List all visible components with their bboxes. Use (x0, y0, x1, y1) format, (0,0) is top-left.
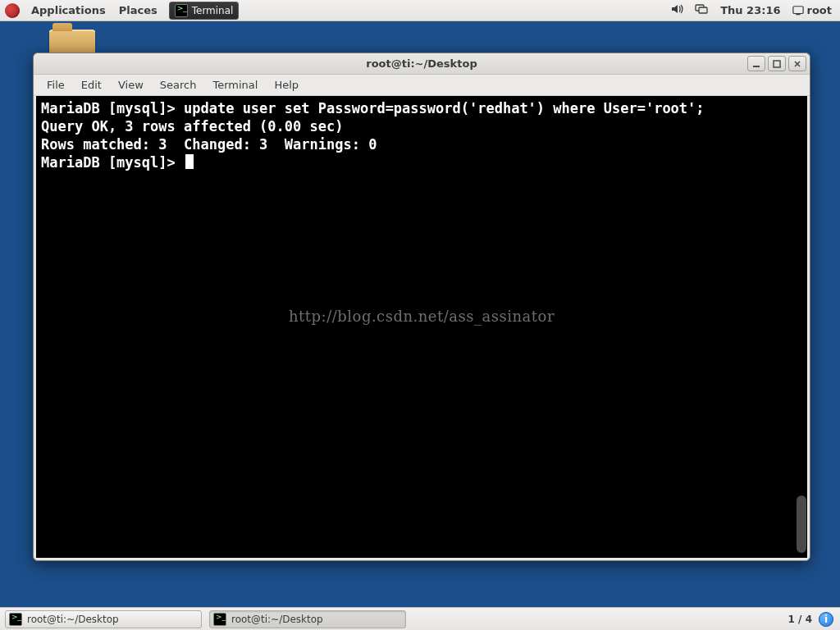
info-badge-icon[interactable]: i (819, 612, 833, 627)
menu-file[interactable]: File (40, 77, 71, 93)
terminal-line: MariaDB [mysql]> update user set Passwor… (41, 99, 802, 117)
svg-rect-5 (774, 61, 780, 67)
menu-search[interactable]: Search (153, 77, 203, 93)
user-icon (792, 5, 804, 16)
svg-rect-1 (699, 7, 707, 13)
network-icon[interactable] (695, 2, 708, 18)
bottom-panel: root@ti:~/Desktop root@ti:~/Desktop 1 / … (0, 607, 840, 630)
terminal-line: Query OK, 3 rows affected (0.00 sec) (41, 117, 802, 135)
terminal-launcher-label: Terminal (192, 5, 234, 16)
menubar: File Edit View Search Terminal Help (34, 75, 810, 96)
scrollbar-thumb[interactable] (797, 495, 806, 553)
menu-edit[interactable]: Edit (75, 77, 108, 93)
user-label: root (807, 4, 833, 16)
taskbar-item[interactable]: root@ti:~/Desktop (5, 610, 202, 628)
close-button[interactable] (788, 56, 806, 71)
maximize-button[interactable] (768, 56, 786, 71)
terminal-window: root@ti:~/Desktop File Edit View Search … (33, 52, 810, 561)
svg-rect-2 (792, 6, 802, 13)
taskbar-item-label: root@ti:~/Desktop (27, 614, 119, 625)
watermark-text: http://blog.csdn.net/ass_assinator (36, 308, 807, 326)
volume-icon[interactable] (670, 2, 683, 18)
taskbar-item-label: root@ti:~/Desktop (231, 614, 323, 625)
svg-rect-3 (796, 13, 800, 15)
terminal-icon (175, 4, 188, 17)
terminal-launcher[interactable]: Terminal (169, 2, 240, 20)
terminal-line: Rows matched: 3 Changed: 3 Warnings: 0 (41, 135, 802, 153)
terminal-output[interactable]: MariaDB [mysql]> update user set Passwor… (36, 96, 807, 558)
terminal-prompt-line: MariaDB [mysql]> (41, 153, 802, 171)
window-titlebar[interactable]: root@ti:~/Desktop (34, 53, 810, 75)
terminal-icon (213, 613, 226, 626)
window-controls (747, 56, 806, 71)
workspace-indicator[interactable]: 1 / 4 (788, 614, 812, 625)
menu-help[interactable]: Help (267, 77, 305, 93)
menu-terminal[interactable]: Terminal (206, 77, 264, 93)
minimize-button[interactable] (747, 56, 765, 71)
top-panel: Applications Places Terminal Thu 23:16 r… (0, 0, 840, 21)
svg-rect-4 (753, 66, 760, 67)
menu-view[interactable]: View (112, 77, 150, 93)
cursor-icon (185, 154, 194, 169)
places-menu[interactable]: Places (112, 4, 164, 16)
user-menu[interactable]: root (792, 4, 833, 16)
terminal-scrollbar[interactable] (796, 96, 807, 558)
window-title: root@ti:~/Desktop (366, 57, 477, 70)
taskbar-item[interactable]: root@ti:~/Desktop (209, 610, 406, 628)
clock[interactable]: Thu 23:16 (720, 4, 780, 16)
distro-logo-icon (5, 3, 20, 18)
applications-menu[interactable]: Applications (25, 4, 112, 16)
terminal-icon (9, 613, 22, 626)
